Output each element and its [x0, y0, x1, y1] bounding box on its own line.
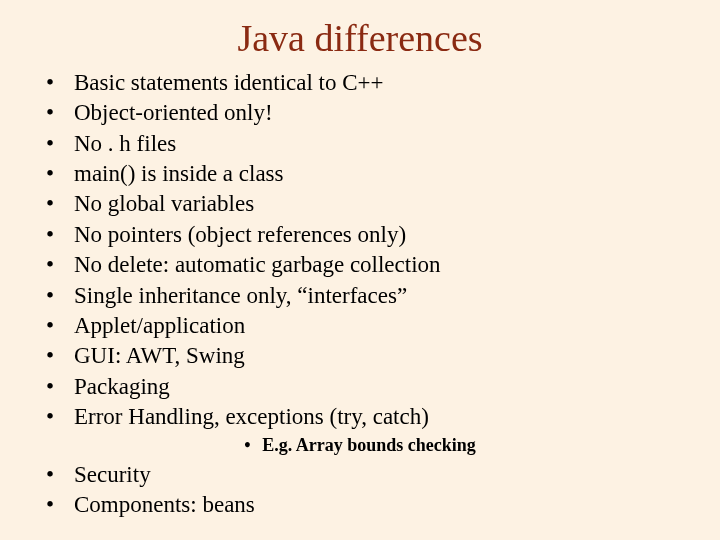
bullet-list-bottom: Security Components: beans	[28, 460, 720, 521]
list-item: GUI: AWT, Swing	[64, 341, 692, 371]
bullet-list-sub: E.g. Array bounds checking	[0, 434, 720, 457]
slide: Java differences Basic statements identi…	[0, 0, 720, 540]
list-item: Packaging	[64, 372, 692, 402]
slide-title: Java differences	[0, 0, 720, 68]
list-item: No pointers (object references only)	[64, 220, 692, 250]
list-item: main() is inside a class	[64, 159, 692, 189]
list-item: No delete: automatic garbage collection	[64, 250, 692, 280]
list-item: Applet/application	[64, 311, 692, 341]
list-item: Basic statements identical to C++	[64, 68, 692, 98]
sub-list-item: E.g. Array bounds checking	[244, 434, 476, 457]
bullet-list-top: Basic statements identical to C++ Object…	[28, 68, 720, 432]
list-item: Security	[64, 460, 692, 490]
list-item: Single inheritance only, “interfaces”	[64, 281, 692, 311]
list-item: No global variables	[64, 189, 692, 219]
list-item: Object-oriented only!	[64, 98, 692, 128]
list-item: Components: beans	[64, 490, 692, 520]
list-item: No . h files	[64, 129, 692, 159]
list-item: Error Handling, exceptions (try, catch)	[64, 402, 692, 432]
